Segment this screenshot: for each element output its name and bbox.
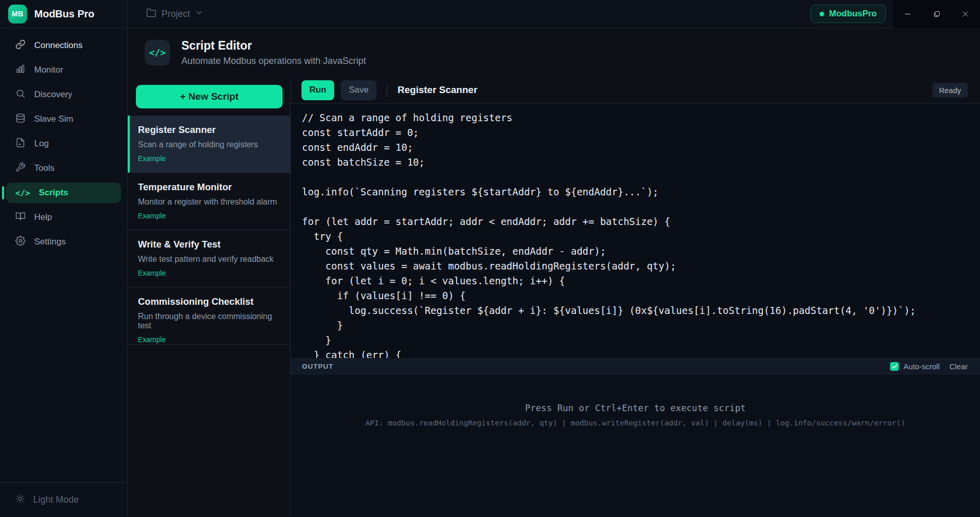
sidebar-item-label: Tools [34, 163, 55, 173]
example-badge: Example [138, 154, 280, 163]
current-script-title: Register Scanner [398, 84, 477, 96]
app-brand: MB ModBus Pro [0, 0, 128, 28]
sidebar-footer: Light Mode [0, 482, 127, 517]
output-header: OUTPUT Auto-scroll Clear [291, 358, 980, 375]
tools-icon [15, 162, 26, 175]
editor-toolbar: Run Save Register Scanner Ready [291, 77, 980, 104]
search-icon [15, 88, 26, 101]
project-menu[interactable]: Project [146, 8, 203, 20]
sidebar-item-label: Settings [34, 237, 65, 247]
sidebar-item-slave-sim[interactable]: Slave Sim [6, 109, 121, 129]
scripts-panel: + New Script Register Scanner Scan a ran… [128, 77, 291, 517]
new-script-button[interactable]: + New Script [136, 85, 283, 108]
minimize-button[interactable] [893, 0, 922, 28]
file-icon [15, 138, 26, 150]
main-area: </> Script Editor Automate Modbus operat… [128, 28, 980, 517]
script-description: Monitor a register with threshold alarm [138, 197, 280, 207]
sidebar-item-discovery[interactable]: Discovery [6, 84, 121, 105]
connection-status-badge[interactable]: ModbusPro [810, 5, 886, 23]
sidebar-item-connections[interactable]: Connections [6, 35, 121, 56]
script-description: Run through a device commissioning test [138, 312, 280, 330]
editor-panel: Run Save Register Scanner Ready // Scan … [291, 77, 980, 517]
run-button[interactable]: Run [301, 80, 334, 100]
folder-icon [146, 8, 156, 20]
link-icon [15, 39, 26, 52]
sidebar-item-settings[interactable]: Settings [6, 232, 121, 252]
sidebar-item-scripts[interactable]: </> Scripts [6, 183, 121, 203]
chevron-down-icon [195, 9, 203, 19]
logo-text: MB [12, 10, 24, 18]
output-title: OUTPUT [302, 363, 334, 370]
example-badge: Example [138, 269, 280, 277]
example-badge: Example [138, 335, 280, 344]
project-label: Project [161, 9, 190, 19]
page-header: </> Script Editor Automate Modbus operat… [128, 28, 980, 77]
script-title: Temperature Monitor [138, 182, 280, 193]
sidebar-item-tools[interactable]: Tools [6, 158, 121, 178]
sidebar-item-label: Scripts [39, 188, 68, 198]
gear-icon [15, 236, 26, 249]
output-placeholder: Press Run or Ctrl+Enter to execute scrip… [525, 403, 746, 413]
page-subtitle: Automate Modbus operations with JavaScri… [181, 56, 366, 66]
sun-icon [15, 494, 25, 506]
status-badge: Ready [932, 83, 968, 98]
book-icon [15, 211, 26, 224]
script-title: Commissioning Checklist [138, 296, 280, 307]
sidebar-item-label: Discovery [34, 89, 73, 100]
script-title: Register Scanner [138, 124, 280, 136]
toolbar-divider [387, 83, 387, 97]
script-item-temperature-monitor[interactable]: Temperature Monitor Monitor a register w… [128, 173, 290, 230]
autoscroll-checkbox[interactable] [890, 362, 899, 371]
autoscroll-label: Auto-scroll [903, 362, 940, 371]
maximize-button[interactable] [922, 0, 951, 28]
close-button[interactable] [951, 0, 980, 28]
light-mode-toggle[interactable]: Light Mode [15, 494, 79, 506]
app-title: ModBus Pro [34, 8, 95, 20]
window-controls [893, 0, 980, 28]
code-icon: </> [15, 188, 30, 198]
sidebar-item-label: Log [34, 139, 49, 149]
light-mode-label: Light Mode [33, 494, 79, 505]
clear-output-button[interactable]: Clear [949, 362, 968, 371]
server-icon [15, 113, 26, 126]
script-description: Write test pattern and verify readback [138, 255, 280, 264]
bar-chart-icon [15, 64, 26, 77]
code-text[interactable]: // Scan a range of holding registers con… [291, 104, 980, 358]
example-badge: Example [138, 212, 280, 220]
connection-name: ModbusPro [829, 9, 877, 19]
output-api-hint: API: modbus.readHoldingRegisters(addr, q… [365, 419, 905, 427]
sidebar-item-help[interactable]: Help [6, 207, 121, 228]
code-editor[interactable]: // Scan a range of holding registers con… [291, 104, 980, 358]
script-description: Scan a range of holding registers [138, 140, 280, 149]
script-list: Register Scanner Scan a range of holding… [128, 116, 290, 345]
output-body: Press Run or Ctrl+Enter to execute scrip… [291, 375, 980, 517]
sidebar: Connections Monitor Discovery Slave Sim … [0, 28, 128, 517]
status-dot [820, 12, 824, 16]
script-item-register-scanner[interactable]: Register Scanner Scan a range of holding… [128, 116, 290, 173]
script-title: Write & Verify Test [138, 239, 280, 250]
output-panel: OUTPUT Auto-scroll Clear Press Run or Ct… [291, 358, 980, 517]
sidebar-item-monitor[interactable]: Monitor [6, 60, 121, 80]
app-logo: MB [8, 5, 27, 24]
title-bar: MB ModBus Pro Project ModbusPro [0, 0, 980, 28]
script-item-write-verify-test[interactable]: Write & Verify Test Write test pattern a… [128, 230, 290, 287]
sidebar-item-label: Help [34, 212, 52, 222]
app-window: MB ModBus Pro Project ModbusPro [0, 0, 980, 517]
sidebar-item-log[interactable]: Log [6, 133, 121, 154]
save-button[interactable]: Save [341, 80, 377, 100]
sidebar-item-label: Slave Sim [34, 114, 74, 124]
sidebar-item-label: Connections [34, 40, 83, 51]
sidebar-item-label: Monitor [34, 65, 63, 75]
script-item-commissioning-checklist[interactable]: Commissioning Checklist Run through a de… [128, 287, 290, 345]
page-title: Script Editor [181, 39, 366, 53]
script-editor-icon: </> [145, 40, 170, 65]
